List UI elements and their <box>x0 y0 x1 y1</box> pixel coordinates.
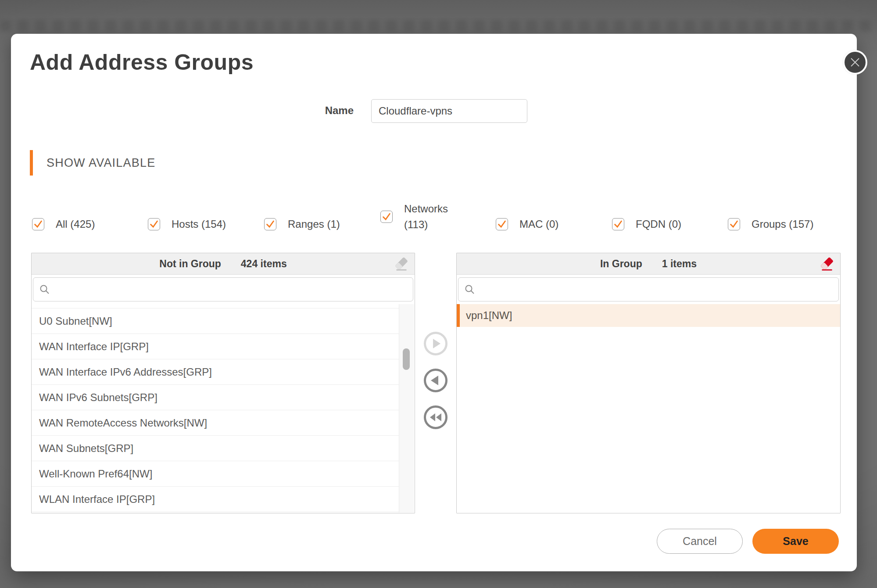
save-button[interactable]: Save <box>752 529 839 554</box>
filter-checkbox-groups[interactable]: Groups (157) <box>728 212 813 237</box>
panel-item-count: 424 items <box>241 258 287 270</box>
filter-label: FQDN (0) <box>636 217 681 232</box>
list-item[interactable]: Well-Known Pref64[NW] <box>32 461 399 487</box>
add-address-groups-dialog: Add Address Groups Name SHOW AVAILABLE A… <box>11 34 857 571</box>
search-box <box>33 277 413 301</box>
panel-header: Not in Group 424 items <box>32 253 415 275</box>
eraser-icon <box>394 257 408 272</box>
filter-label-line1: Networks <box>404 201 448 217</box>
checkbox-checked-icon[interactable] <box>380 211 393 223</box>
list-item-selected[interactable]: vpn1[NW] <box>457 304 840 327</box>
close-button[interactable] <box>843 50 867 75</box>
checkbox-checked-icon[interactable] <box>264 218 276 230</box>
name-field-label: Name <box>305 104 354 117</box>
list-item[interactable]: WAN IPv6 Subnets[GRP] <box>32 385 399 410</box>
list-item[interactable]: WAN Interface IP[GRP] <box>32 334 399 359</box>
list-item-partial <box>32 304 399 308</box>
not-in-group-panel: Not in Group 424 items <box>31 253 415 513</box>
filter-label: Hosts (154) <box>172 217 226 232</box>
filter-checkbox-all[interactable]: All (425) <box>32 212 95 237</box>
search-icon <box>465 284 475 295</box>
filter-checkbox-mac[interactable]: MAC (0) <box>496 212 558 237</box>
list-item[interactable]: WLAN Interface IP[GRP] <box>32 487 399 512</box>
section-accent-bar <box>30 150 33 176</box>
checkbox-checked-icon[interactable] <box>728 218 740 230</box>
search-input[interactable] <box>475 278 838 301</box>
in-group-panel: In Group 1 items <box>456 253 841 513</box>
dimmed-backdrop: Add Address Groups Name SHOW AVAILABLE A… <box>0 0 877 588</box>
close-icon <box>849 57 861 68</box>
list-item-label: vpn1[NW] <box>466 309 512 321</box>
list-item[interactable]: WAN Interface IPv6 Addresses[GRP] <box>32 359 399 385</box>
filter-label: All (425) <box>56 217 95 232</box>
checkbox-checked-icon[interactable] <box>148 218 160 230</box>
panel-header: In Group 1 items <box>457 253 840 275</box>
left-arrow-icon <box>426 371 445 390</box>
filter-label: MAC (0) <box>519 217 558 232</box>
filter-checkbox-fqdn[interactable]: FQDN (0) <box>612 212 681 237</box>
backdrop-blurred-content <box>0 20 877 32</box>
filter-checkbox-hosts[interactable]: Hosts (154) <box>148 212 226 237</box>
filter-checkbox-networks[interactable]: Networks (113) <box>380 197 448 237</box>
page-title: Add Address Groups <box>30 50 254 75</box>
filter-label-line2: (113) <box>404 217 448 233</box>
remove-all-from-group-button[interactable] <box>424 405 447 429</box>
panel-item-count: 1 items <box>662 258 697 270</box>
move-to-group-button[interactable] <box>424 332 447 355</box>
search-input[interactable] <box>50 278 413 301</box>
remove-from-group-button[interactable] <box>424 369 447 392</box>
search-box <box>458 277 839 301</box>
scrollbar-track[interactable] <box>399 304 414 513</box>
selected-accent-bar <box>457 304 460 327</box>
list-item[interactable]: WAN RemoteAccess Networks[NW] <box>32 410 399 436</box>
cancel-button[interactable]: Cancel <box>657 529 743 554</box>
panel-title: Not in Group <box>159 258 221 270</box>
eraser-icon-red <box>820 257 834 272</box>
filter-label: Groups (157) <box>752 217 813 232</box>
in-group-list: vpn1[NW] <box>457 304 840 513</box>
name-input[interactable] <box>371 99 527 123</box>
clear-selection-button[interactable] <box>394 256 409 272</box>
not-in-group-list: U0 Subnet[NW] WAN Interface IP[GRP] WAN … <box>32 304 415 513</box>
section-heading: SHOW AVAILABLE <box>47 156 155 169</box>
filter-label: Networks (113) <box>404 201 448 233</box>
panel-title: In Group <box>600 258 642 270</box>
clear-selection-button[interactable] <box>819 256 835 272</box>
list-item[interactable]: WAN Subnets[GRP] <box>32 436 399 461</box>
checkbox-checked-icon[interactable] <box>32 218 44 230</box>
scrollbar-thumb[interactable] <box>403 348 410 370</box>
list-item[interactable]: U0 Subnet[NW] <box>32 308 399 334</box>
right-arrow-icon <box>426 334 445 353</box>
checkbox-checked-icon[interactable] <box>612 218 624 230</box>
filter-checkbox-ranges[interactable]: Networks Ranges (1) <box>264 212 340 237</box>
search-icon <box>39 284 50 295</box>
checkbox-checked-icon[interactable] <box>496 218 508 230</box>
double-left-arrow-icon <box>426 408 445 427</box>
filter-label: Networks Ranges (1) <box>288 216 340 232</box>
